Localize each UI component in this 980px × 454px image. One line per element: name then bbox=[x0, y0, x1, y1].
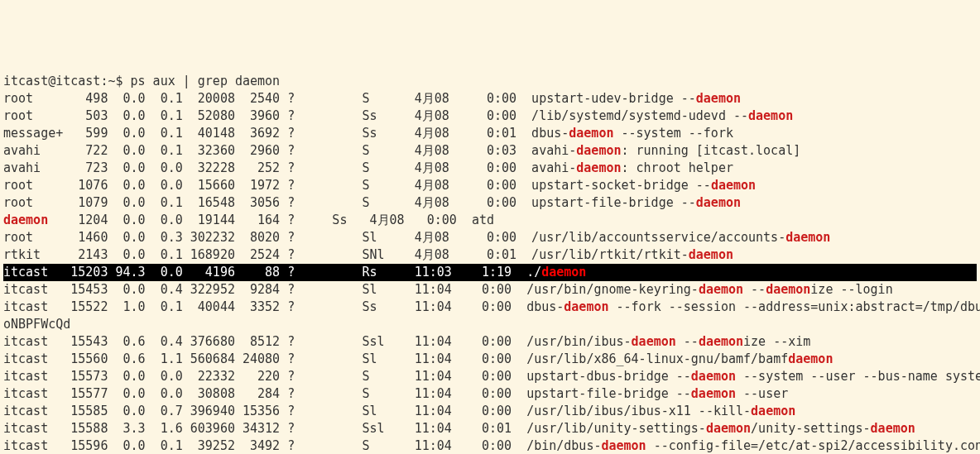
process-row: itcast 15577 0.0 0.0 30808 284 ? S 11:04… bbox=[3, 385, 977, 403]
terminal-output: itcast@itcast:~$ ps aux | grep daemonroo… bbox=[3, 73, 977, 454]
process-row: root 498 0.0 0.1 20008 2540 ? S 4月08 0:0… bbox=[3, 90, 977, 108]
process-row: itcast 15596 0.0 0.1 39252 3492 ? S 11:0… bbox=[3, 437, 977, 454]
process-row: rtkit 2143 0.0 0.1 168920 2524 ? SNl 4月0… bbox=[3, 246, 977, 264]
process-row: itcast 15585 0.0 0.7 396940 15356 ? Sl 1… bbox=[3, 403, 977, 420]
command-line: itcast@itcast:~$ ps aux | grep daemon bbox=[3, 73, 977, 90]
process-row: itcast 15453 0.0 0.4 322952 9284 ? Sl 11… bbox=[3, 281, 977, 299]
process-row: root 1460 0.0 0.3 302232 8020 ? Sl 4月08 … bbox=[3, 229, 977, 246]
process-row: itcast 15522 1.0 0.1 40044 3352 ? Ss 11:… bbox=[3, 299, 977, 316]
process-row: itcast 15560 0.6 1.1 560684 24080 ? Sl 1… bbox=[3, 351, 977, 368]
process-row: root 503 0.0 0.1 52080 3960 ? Ss 4月08 0:… bbox=[3, 108, 977, 125]
process-row: itcast 15573 0.0 0.0 22332 220 ? S 11:04… bbox=[3, 368, 977, 385]
process-row: itcast 15588 3.3 1.6 603960 34312 ? Ssl … bbox=[3, 420, 977, 437]
process-row: avahi 722 0.0 0.1 32360 2960 ? S 4月08 0:… bbox=[3, 142, 977, 160]
process-row: daemon 1204 0.0 0.0 19144 164 ? Ss 4月08 … bbox=[3, 212, 977, 229]
process-row: itcast 15203 94.3 0.0 4196 88 ? Rs 11:03… bbox=[3, 264, 977, 281]
process-row: root 1076 0.0 0.0 15660 1972 ? S 4月08 0:… bbox=[3, 177, 977, 194]
process-row: itcast 15543 0.6 0.4 376680 8512 ? Ssl 1… bbox=[3, 333, 977, 351]
process-row-wrap: oNBPFWcQd bbox=[3, 316, 977, 333]
process-row: avahi 723 0.0 0.0 32228 252 ? S 4月08 0:0… bbox=[3, 160, 977, 177]
process-row: root 1079 0.0 0.1 16548 3056 ? S 4月08 0:… bbox=[3, 194, 977, 212]
process-row: message+ 599 0.0 0.1 40148 3692 ? Ss 4月0… bbox=[3, 125, 977, 142]
